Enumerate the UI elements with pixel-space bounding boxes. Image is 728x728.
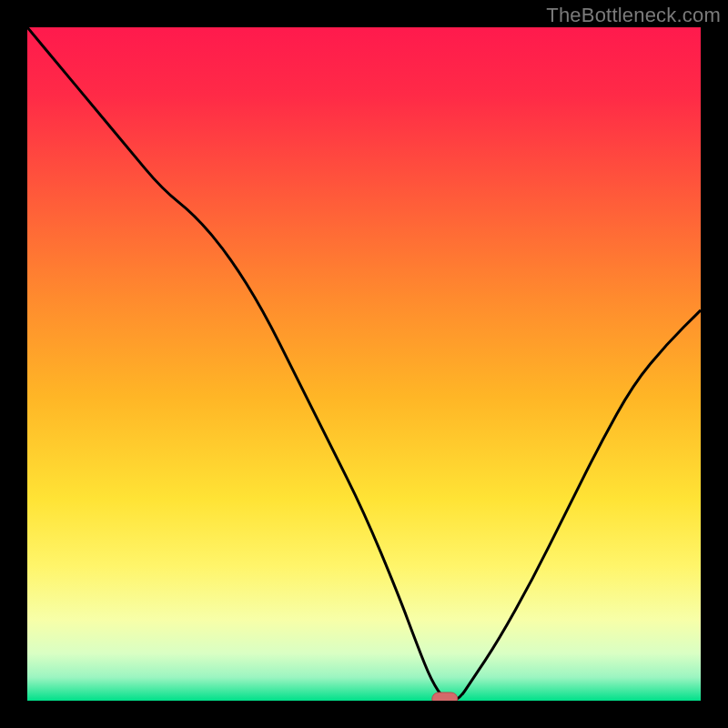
gradient-background	[27, 27, 701, 701]
plot-area	[27, 27, 701, 701]
watermark-text: TheBottleneck.com	[546, 4, 721, 27]
chart-svg	[27, 27, 701, 701]
minimum-marker	[432, 693, 458, 701]
chart-frame: TheBottleneck.com	[0, 0, 728, 728]
